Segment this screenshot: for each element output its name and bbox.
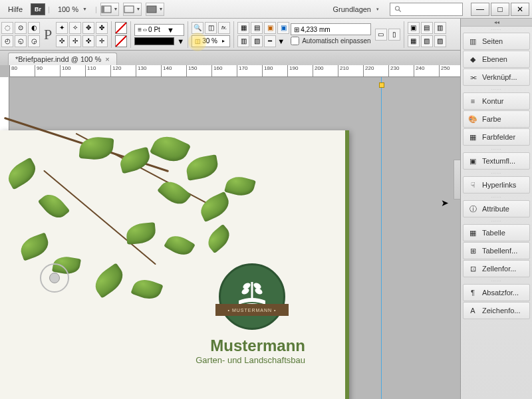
ruler-tick: 190 [287, 65, 298, 77]
tool-btn[interactable]: ◐ [28, 22, 40, 34]
panel-textwrap[interactable]: ▣Textumfl... [463, 152, 530, 170]
view-mode-button-1[interactable]: ▼ [100, 3, 119, 16]
tool-btn[interactable]: ✦ [56, 22, 68, 34]
guide-vertical[interactable] [381, 77, 382, 399]
panel-charformat[interactable]: AZeichenfo... [463, 302, 530, 319]
tool-btn[interactable]: ✤ [96, 22, 108, 34]
help-menu[interactable]: Hilfe [3, 3, 28, 16]
panel-links[interactable]: ⫘Verknüpf... [463, 68, 530, 86]
arrange-btn[interactable]: ▧ [421, 35, 433, 47]
panel-label: Farbe [482, 115, 501, 123]
frame-btn[interactable]: ▭ [375, 29, 387, 41]
panel-label: Verknüpf... [482, 73, 517, 81]
fx-btn-3[interactable]: fx. [218, 22, 230, 34]
panel-stroke[interactable]: ≡Kontur [463, 92, 530, 110]
panel-label: Zellenfor... [482, 265, 516, 273]
panel-attributes[interactable]: ⓘAttribute [463, 200, 530, 217]
fx-btn-1[interactable]: 🔍 [192, 22, 203, 34]
fit-btn[interactable]: ▣ [264, 22, 276, 34]
panel-color[interactable]: 🎨Farbe [463, 110, 530, 128]
stroke-style-swatch[interactable] [134, 37, 174, 45]
minimize-button[interactable]: — [471, 3, 489, 16]
panel-label: Textumfl... [482, 157, 515, 165]
fit-btn[interactable]: ━ [264, 35, 276, 47]
textwrap-icon: ▣ [467, 156, 478, 166]
zoom-level[interactable]: 100 %▼ [53, 4, 92, 15]
autofit-label: Automatisch einpassen [302, 37, 370, 45]
align-btn[interactable]: ▦ [237, 22, 249, 34]
opacity-field[interactable]: ◫ 30 % ▸ [192, 35, 230, 47]
arrange-btn[interactable]: ▨ [434, 35, 446, 47]
guide-handle[interactable] [379, 82, 384, 88]
tool-btn[interactable]: ◵ [15, 35, 27, 47]
frame-btn[interactable]: ▯ [388, 29, 400, 41]
arrange-btn[interactable]: ▦ [408, 35, 420, 47]
close-tab-icon[interactable]: × [105, 55, 109, 63]
tool-btn[interactable]: ✥ [82, 22, 94, 34]
document-tab[interactable]: *Briefpapier.indd @ 100 % × [8, 53, 117, 65]
panel-hyperlinks[interactable]: ☟Hyperlinks [463, 176, 530, 194]
view-mode-button-2[interactable]: ▼ [123, 3, 142, 16]
chevron-down-icon: ▼ [177, 37, 184, 45]
panel-label: Seiten [482, 37, 503, 45]
panel-separator: ∙∙∙∙∙∙ [461, 194, 532, 200]
tool-btn[interactable]: ◌ [1, 22, 13, 34]
panel-label: Tabelle [482, 229, 505, 237]
workspace-switcher[interactable]: Grundlagen▾ [325, 4, 388, 15]
panel-grab-handle[interactable] [454, 160, 460, 200]
chevron-down-icon: ▾ [376, 7, 379, 12]
tool-btn[interactable]: ✣ [56, 35, 68, 47]
panel-swatches[interactable]: ▦Farbfelder [463, 128, 530, 146]
panel-pages[interactable]: ▥Seiten [463, 33, 530, 50]
document-canvas[interactable]: • MUSTERMANN • Mustermann Garten- und La… [0, 130, 349, 399]
panel-label: Farbfelder [482, 133, 515, 141]
ruler-tick: 90 [35, 65, 43, 77]
view-mode-button-3[interactable]: ▼ [146, 3, 164, 16]
tool-btn[interactable]: ◶ [28, 35, 40, 47]
panel-tableformat[interactable]: ⊞Tabellenf... [463, 242, 530, 259]
panel-table[interactable]: ▦Tabelle [463, 224, 530, 241]
ruler-tick: 150 [186, 65, 197, 77]
fx-btn-2[interactable]: ◫ [205, 22, 217, 34]
tool-btn[interactable]: ✢ [69, 35, 81, 47]
paragraph-icon[interactable]: P [41, 26, 55, 43]
panel-label: Zeichenfo... [482, 307, 520, 315]
collapse-panels-icon[interactable]: ◂◂ [461, 19, 532, 27]
company-subline: Garten- und Landschaftsbau [196, 355, 305, 365]
content-grabber[interactable] [40, 263, 69, 293]
align-btn[interactable]: ▧ [251, 35, 263, 47]
stroke-none-swatch[interactable] [115, 35, 127, 47]
tool-btn[interactable]: ✜ [82, 35, 94, 47]
panel-label: Attribute [482, 205, 509, 213]
close-button[interactable]: ✕ [511, 3, 529, 16]
size-field[interactable]: ⊞ 4,233 mm [291, 23, 370, 35]
panel-separator: ∙∙∙∙∙∙ [461, 218, 532, 223]
tool-btn[interactable]: ◴ [1, 35, 13, 47]
panel-layers[interactable]: ◆Ebenen [463, 51, 530, 68]
stroke-weight-field[interactable]: ≡ ‹› 0 Pt ▼ [134, 24, 184, 36]
pages-icon: ▥ [467, 36, 478, 47]
maximize-button[interactable]: □ [491, 3, 509, 16]
panel-cellformat[interactable]: ⊡Zellenfor... [463, 260, 530, 277]
bridge-button[interactable]: Br [31, 3, 45, 15]
drag-handle[interactable]: ∙∙∙∙∙∙ [461, 27, 532, 32]
autofit-checkbox[interactable] [291, 37, 299, 45]
work-area: • MUSTERMANN • Mustermann Garten- und La… [0, 77, 460, 399]
fit-btn[interactable]: ▣ [277, 22, 289, 34]
tool-btn[interactable]: ✧ [69, 22, 81, 34]
opacity-value: 30 % [202, 37, 221, 45]
panel-label: Ebenen [482, 55, 507, 63]
align-btn[interactable]: ▥ [237, 35, 249, 47]
fill-none-swatch[interactable] [115, 22, 127, 34]
ruler-horizontal[interactable]: 8090100110120130140150160170180190200210… [9, 65, 532, 77]
arrange-btn[interactable]: ▥ [434, 22, 446, 34]
tool-btn[interactable]: ⊙ [15, 22, 27, 34]
tool-btn[interactable]: ✛ [96, 35, 108, 47]
tableformat-icon: ⊞ [467, 245, 478, 256]
arrange-btn[interactable]: ▣ [408, 22, 420, 34]
tool-group-1: ◌ ⊙ ◐ ◴ ◵ ◶ [1, 22, 40, 47]
panel-paraformat[interactable]: ¶Absatzfor... [463, 284, 530, 301]
align-btn[interactable]: ▤ [251, 22, 263, 34]
search-input[interactable] [390, 3, 463, 16]
arrange-btn[interactable]: ▤ [421, 22, 433, 34]
